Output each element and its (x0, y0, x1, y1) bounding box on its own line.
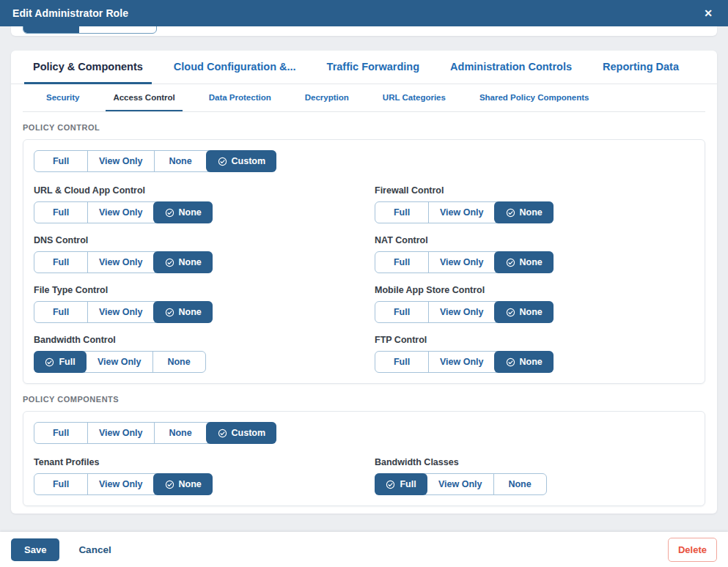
tenant-profiles-option-full[interactable]: Full (34, 474, 87, 494)
tenant-profiles-option-none[interactable]: None (153, 473, 213, 495)
delete-button[interactable]: Delete (668, 538, 717, 562)
policy-components-master-option-view-only[interactable]: View Only (87, 423, 154, 443)
subtab-access-control[interactable]: Access Control (106, 84, 182, 111)
option-label: View Only (438, 479, 482, 489)
group-label: Mobile App Store Control (375, 285, 694, 295)
url-cloud-app-control-option-none[interactable]: None (153, 201, 213, 223)
mobile-app-store-control-option-none[interactable]: None (494, 301, 554, 323)
policy-components-master-segmented-control: FullView OnlyNoneCustom (34, 422, 276, 444)
url-cloud-app-control-option-full[interactable]: Full (34, 202, 87, 223)
tab-bar: Policy & ComponentsCloud Configuration &… (11, 51, 717, 84)
ftp-control-option-full[interactable]: Full (375, 352, 428, 372)
option-label: View Only (440, 207, 484, 218)
nat-control-option-view-only[interactable]: View Only (428, 252, 495, 273)
group-mobile-app-store-control: Mobile App Store ControlFullView OnlyNon… (375, 285, 694, 323)
option-label: View Only (99, 307, 143, 317)
bandwidth-control-option-view-only[interactable]: View Only (86, 352, 152, 372)
bandwidth-classes-option-full[interactable]: Full (375, 473, 427, 495)
dialog-title: Edit Administrator Role (12, 7, 128, 19)
option-label: Full (59, 357, 75, 367)
firewall-control-segmented-control: FullView OnlyNone (375, 201, 554, 223)
bandwidth-control-option-full[interactable]: Full (34, 351, 87, 373)
tab-administration-controls[interactable]: Administration Controls (441, 51, 581, 84)
group-label: DNS Control (34, 235, 375, 245)
file-type-control-option-none[interactable]: None (153, 301, 213, 323)
tab-cloud-configuration[interactable]: Cloud Configuration &... (165, 51, 305, 84)
nat-control-segmented-control: FullView OnlyNone (375, 251, 554, 273)
option-label: Full (394, 207, 410, 218)
dns-control-option-view-only[interactable]: View Only (87, 252, 154, 273)
policy-control-master-option-custom[interactable]: Custom (206, 150, 277, 172)
check-circle-icon (218, 157, 227, 166)
group-url-cloud-app-control: URL & Cloud App ControlFullView OnlyNone (34, 185, 375, 223)
subtab-decryption[interactable]: Decryption (298, 84, 356, 111)
check-circle-icon (506, 208, 515, 218)
save-button[interactable]: Save (11, 538, 59, 561)
option-label: View Only (440, 357, 484, 367)
sections-container: POLICY CONTROLFullView OnlyNoneCustomURL… (11, 123, 717, 506)
section-label-policy-control: POLICY CONTROL (23, 123, 705, 132)
mobile-app-store-control-option-full[interactable]: Full (375, 302, 428, 322)
group-label: Bandwidth Control (34, 335, 375, 345)
clipped-segmented-control[interactable] (23, 26, 157, 34)
nat-control-option-none[interactable]: None (494, 251, 554, 273)
cancel-button[interactable]: Cancel (78, 544, 111, 555)
file-type-control-option-view-only[interactable]: View Only (87, 302, 154, 322)
url-cloud-app-control-segmented-control: FullView OnlyNone (34, 201, 213, 223)
close-icon[interactable]: ✕ (701, 7, 716, 20)
group-label: File Type Control (34, 285, 375, 295)
bandwidth-classes-option-none[interactable]: None (493, 474, 546, 494)
bandwidth-classes-option-view-only[interactable]: View Only (427, 474, 493, 494)
bandwidth-control-option-none[interactable]: None (152, 352, 205, 372)
firewall-control-option-full[interactable]: Full (375, 202, 428, 223)
option-label: None (508, 479, 531, 489)
option-label: None (520, 257, 543, 267)
panel-policy-components: FullView OnlyNoneCustomTenant ProfilesFu… (23, 411, 705, 506)
dns-control-option-none[interactable]: None (153, 251, 213, 273)
ftp-control-option-none[interactable]: None (494, 351, 554, 373)
dns-control-option-full[interactable]: Full (34, 252, 87, 273)
option-label: Full (53, 479, 69, 489)
nat-control-option-full[interactable]: Full (375, 252, 428, 273)
file-type-control-option-full[interactable]: Full (34, 302, 87, 322)
option-label: None (179, 307, 202, 317)
policy-control-master-option-none[interactable]: None (154, 151, 207, 171)
firewall-control-option-view-only[interactable]: View Only (428, 202, 495, 223)
check-circle-icon (386, 480, 395, 489)
policy-components-master-option-none[interactable]: None (154, 423, 207, 443)
subtab-url-categories[interactable]: URL Categories (375, 84, 453, 111)
option-label: Full (53, 428, 69, 438)
policy-control-master-option-view-only[interactable]: View Only (87, 151, 154, 171)
mobile-app-store-control-option-view-only[interactable]: View Only (428, 302, 495, 322)
subtab-divider (23, 111, 705, 112)
group-grid: Tenant ProfilesFullView OnlyNoneBandwidt… (34, 457, 694, 495)
subtab-data-protection[interactable]: Data Protection (202, 84, 279, 111)
group-label: Bandwidth Classes (375, 457, 694, 467)
dialog-body: Policy & ComponentsCloud Configuration &… (0, 26, 728, 532)
ftp-control-option-view-only[interactable]: View Only (428, 352, 495, 372)
policy-control-master-option-full[interactable]: Full (34, 151, 87, 171)
option-label: None (167, 357, 190, 367)
group-firewall-control: Firewall ControlFullView OnlyNone (375, 185, 694, 223)
group-label: URL & Cloud App Control (34, 185, 375, 196)
policy-components-master-option-full[interactable]: Full (34, 423, 87, 443)
firewall-control-option-none[interactable]: None (494, 201, 554, 223)
subtab-security[interactable]: Security (39, 84, 87, 111)
subtab-shared-policy-components[interactable]: Shared Policy Components (472, 84, 597, 111)
option-label: View Only (98, 357, 141, 367)
option-label: Full (53, 207, 69, 218)
clipped-selected-segment[interactable] (23, 26, 79, 33)
tenant-profiles-option-view-only[interactable]: View Only (87, 474, 154, 494)
panel-policy-control: FullView OnlyNoneCustomURL & Cloud App C… (23, 139, 705, 384)
check-circle-icon (165, 308, 174, 317)
tab-traffic-forwarding[interactable]: Traffic Forwarding (318, 51, 429, 84)
tab-reporting-data[interactable]: Reporting Data (594, 51, 688, 84)
main-card: Policy & ComponentsCloud Configuration &… (11, 51, 717, 514)
group-file-type-control: File Type ControlFullView OnlyNone (34, 285, 375, 323)
tab-policy-components[interactable]: Policy & Components (24, 51, 152, 84)
option-label: None (520, 357, 543, 367)
policy-components-master-option-custom[interactable]: Custom (206, 422, 277, 444)
url-cloud-app-control-option-view-only[interactable]: View Only (87, 202, 154, 223)
group-bandwidth-classes: Bandwidth ClassesFullView OnlyNone (375, 457, 694, 495)
check-circle-icon (45, 357, 54, 367)
